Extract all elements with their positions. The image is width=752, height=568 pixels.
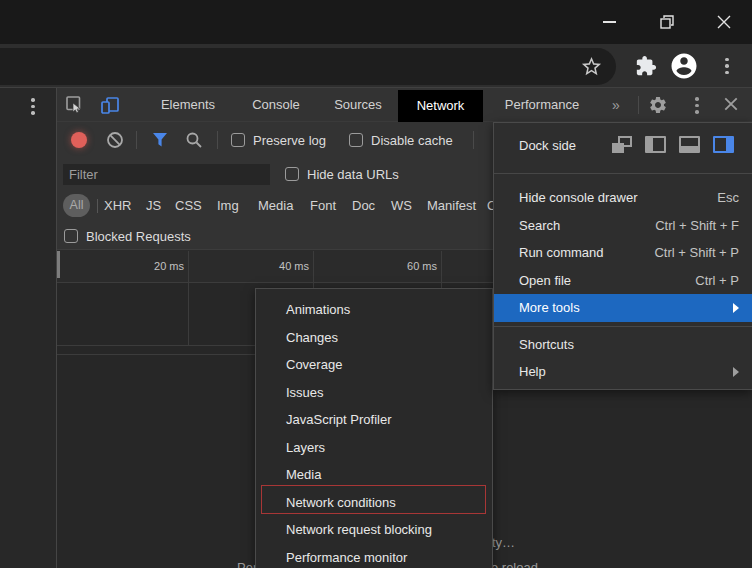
close-icon — [717, 15, 731, 29]
menu-item-shortcut: Esc — [717, 190, 739, 205]
submenu-item-animations[interactable]: Animations — [256, 296, 492, 324]
more-tabs-button[interactable]: » — [605, 88, 627, 122]
preserve-log-checkbox[interactable]: Preserve log — [231, 131, 326, 149]
menu-item-label: Open file — [519, 273, 695, 288]
puzzle-icon — [635, 55, 657, 77]
chip-css[interactable]: CSS — [175, 198, 202, 213]
record-button[interactable] — [71, 132, 87, 148]
chrome-window: Elements Console Sources Network Perform… — [0, 0, 752, 568]
submenu-item-network-request-blocking[interactable]: Network request blocking — [256, 516, 492, 544]
restore-button[interactable] — [652, 8, 682, 36]
tab-console[interactable]: Console — [233, 88, 319, 122]
devtools-main-menu: Dock side Hide console drawer Esc Search… — [493, 122, 752, 390]
tab-network[interactable]: Network — [398, 90, 483, 122]
dock-bottom-icon[interactable] — [679, 136, 700, 153]
chip-ws[interactable]: WS — [391, 198, 412, 213]
menu-item-help[interactable]: Help — [494, 358, 752, 386]
checkbox-icon — [285, 167, 299, 181]
minimize-button[interactable] — [594, 8, 624, 36]
chip-js[interactable]: JS — [146, 198, 161, 213]
dock-side-label: Dock side — [519, 138, 576, 153]
clear-icon — [106, 131, 124, 149]
device-toolbar-icon — [100, 95, 120, 115]
chip-font[interactable]: Font — [310, 198, 336, 213]
magnifier-icon — [185, 131, 203, 149]
browser-menu-button[interactable] — [712, 51, 742, 81]
menu-item-label: Search — [519, 218, 655, 233]
chip-media[interactable]: Media — [258, 198, 293, 213]
checkbox-icon — [64, 229, 78, 243]
disable-cache-label: Disable cache — [371, 133, 453, 148]
device-toolbar-button[interactable] — [100, 95, 120, 115]
submenu-item-layers[interactable]: Layers — [256, 434, 492, 462]
submenu-item-coverage[interactable]: Coverage — [256, 351, 492, 379]
hide-data-urls-label: Hide data URLs — [307, 167, 399, 182]
more-tools-submenu: Animations Changes Coverage Issues JavaS… — [255, 288, 493, 568]
menu-item-label: Help — [519, 364, 733, 379]
extensions-button[interactable] — [631, 51, 661, 81]
submenu-item-javascript-profiler[interactable]: JavaScript Profiler — [256, 406, 492, 434]
submenu-item-changes[interactable]: Changes — [256, 324, 492, 352]
timeline-gridline — [188, 251, 189, 345]
blocked-requests-label: Blocked Requests — [86, 229, 191, 244]
checkbox-icon — [231, 133, 245, 147]
undock-icon[interactable] — [611, 136, 632, 153]
menu-item-label: Shortcuts — [519, 337, 739, 352]
divider — [473, 131, 474, 149]
close-devtools-button[interactable] — [723, 96, 743, 116]
chip-doc[interactable]: Doc — [352, 198, 375, 213]
profile-button[interactable] — [669, 51, 699, 81]
tab-performance[interactable]: Performance — [485, 88, 599, 122]
tab-elements[interactable]: Elements — [131, 88, 245, 122]
tab-sources[interactable]: Sources — [315, 88, 401, 122]
dock-left-icon[interactable] — [645, 136, 666, 153]
menu-item-open-file[interactable]: Open file Ctrl + P — [494, 267, 752, 295]
inspect-element-button[interactable] — [65, 95, 85, 115]
menu-item-shortcuts[interactable]: Shortcuts — [494, 331, 752, 359]
inspect-cursor-icon — [65, 95, 85, 115]
submenu-item-performance-monitor[interactable]: Performance monitor — [256, 544, 492, 568]
submenu-arrow-icon — [733, 367, 739, 377]
divider — [97, 199, 98, 213]
menu-item-search[interactable]: Search Ctrl + Shift + F — [494, 212, 752, 240]
clear-button[interactable] — [106, 131, 124, 149]
submenu-arrow-icon — [733, 303, 739, 313]
preserve-log-label: Preserve log — [253, 133, 326, 148]
divider — [217, 131, 218, 149]
menu-item-run-command[interactable]: Run command Ctrl + Shift + P — [494, 239, 752, 267]
timeline-tick: 60 ms — [380, 260, 437, 272]
menu-item-hide-console-drawer[interactable]: Hide console drawer Esc — [494, 184, 752, 212]
disable-cache-checkbox[interactable]: Disable cache — [349, 131, 453, 149]
chip-all[interactable]: All — [63, 194, 90, 217]
gear-icon — [648, 95, 668, 115]
dock-right-icon[interactable] — [713, 136, 734, 153]
filter-toggle-button[interactable] — [151, 132, 169, 148]
chip-xhr[interactable]: XHR — [104, 198, 131, 213]
browser-toolbar — [0, 44, 752, 88]
submenu-item-media[interactable]: Media — [256, 461, 492, 489]
restore-icon — [659, 14, 675, 30]
address-bar[interactable] — [0, 48, 616, 85]
filter-input[interactable] — [63, 164, 270, 185]
menu-item-shortcut: Ctrl + P — [695, 273, 739, 288]
scrollbar-thumb[interactable] — [57, 251, 60, 278]
blocked-requests-checkbox[interactable]: Blocked Requests — [64, 227, 191, 245]
devtools-menu-button[interactable] — [695, 97, 699, 114]
kebab-icon — [725, 58, 729, 75]
close-window-button[interactable] — [709, 8, 739, 36]
chip-manifest[interactable]: Manifest — [427, 198, 476, 213]
dock-side-row: Dock side — [494, 123, 752, 173]
menu-item-more-tools[interactable]: More tools — [494, 294, 752, 322]
submenu-item-issues[interactable]: Issues — [256, 379, 492, 407]
chip-img[interactable]: Img — [217, 198, 239, 213]
close-icon — [723, 96, 739, 112]
funnel-icon — [151, 132, 169, 148]
bookmark-button[interactable] — [580, 55, 603, 78]
menu-item-label: Run command — [519, 245, 654, 260]
search-button[interactable] — [185, 131, 203, 149]
page-menu-button[interactable] — [31, 98, 35, 115]
window-titlebar — [0, 0, 752, 44]
submenu-item-network-conditions[interactable]: Network conditions — [256, 489, 492, 517]
settings-button[interactable] — [648, 95, 668, 115]
hide-data-urls-checkbox[interactable]: Hide data URLs — [285, 165, 399, 183]
